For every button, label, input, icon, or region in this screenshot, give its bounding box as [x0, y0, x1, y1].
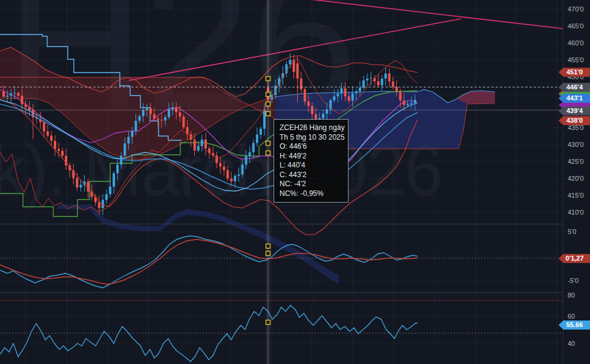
- tooltip-row: NC%: -0,95%: [280, 189, 343, 199]
- pane-separator-2[interactable]: [0, 292, 563, 293]
- selected-bar-marker[interactable]: [266, 151, 270, 155]
- price-tick: 430'0: [568, 140, 584, 149]
- tooltip-date: Th 5 thg 10 30 2025: [280, 133, 343, 143]
- price-tick: 410'0: [568, 208, 584, 216]
- tooltip-row: C: 443'2: [280, 171, 343, 180]
- price-tick: 460'0: [568, 39, 584, 47]
- price-tick: 455'0: [568, 56, 584, 64]
- chart-area[interactable]: H26 k). March 2026 ZCEH26 Hàng ngày Th 5…: [0, 0, 563, 364]
- price-tick: 465'0: [568, 22, 584, 30]
- selected-bar-marker[interactable]: [266, 141, 270, 146]
- price-badge-bb_lower: 438'0: [559, 116, 590, 125]
- selected-bar-marker[interactable]: [266, 320, 270, 325]
- price-tick: 420'0: [568, 174, 584, 183]
- oscillator-value-badge: 0'1,27: [559, 254, 590, 263]
- selected-bar-marker[interactable]: [266, 244, 270, 249]
- tooltip-row: L: 440'4: [280, 161, 343, 171]
- price-badge-last_price: 443'1: [559, 94, 590, 103]
- tooltip-row: H: 449'2: [280, 152, 343, 161]
- selected-bar-marker[interactable]: [266, 77, 270, 81]
- oscillator-tick: 5'0: [568, 227, 576, 236]
- price-axis[interactable]: 470'0465'0460'0455'0450'0435'0430'0425'0…: [563, 0, 590, 364]
- selected-bar-marker[interactable]: [266, 112, 270, 116]
- tooltip-row: NC: -4'2: [280, 180, 343, 189]
- rsi-value-badge: 55.66: [559, 320, 590, 330]
- price-tick: 470'0: [568, 5, 584, 13]
- price-badge-bb_upper: 451'0: [559, 68, 590, 77]
- tooltip-row: O: 446'6: [280, 142, 343, 152]
- price-tick: 415'0: [568, 191, 584, 200]
- rsi-tick: 80: [568, 291, 575, 299]
- price-badge-ma: 439'4: [559, 106, 590, 115]
- ohlc-data-tooltip: ZCEH26 Hàng ngày Th 5 thg 10 30 2025 O: …: [274, 119, 349, 203]
- price-badge-prev_close: 446'4: [559, 83, 590, 92]
- selected-bar-marker[interactable]: [266, 252, 270, 256]
- selected-bar-marker[interactable]: [266, 93, 270, 97]
- trend-line-descending[interactable]: [284, 0, 563, 29]
- rsi-tick: 60: [568, 312, 575, 320]
- pane-separator-1[interactable]: [0, 224, 563, 224]
- price-tick: 425'0: [568, 157, 584, 166]
- tooltip-values: O: 446'6H: 449'2L: 440'4C: 443'2NC: -4'2…: [280, 142, 343, 198]
- selected-bar-marker[interactable]: [266, 102, 270, 106]
- tooltip-symbol-title: ZCEH26 Hàng ngày: [280, 123, 343, 133]
- trading-app-window: H26 k). March 2026 ZCEH26 Hàng ngày Th 5…: [0, 0, 590, 364]
- rsi-tick: 40: [568, 339, 575, 348]
- oscillator-tick: -5'0: [568, 276, 579, 285]
